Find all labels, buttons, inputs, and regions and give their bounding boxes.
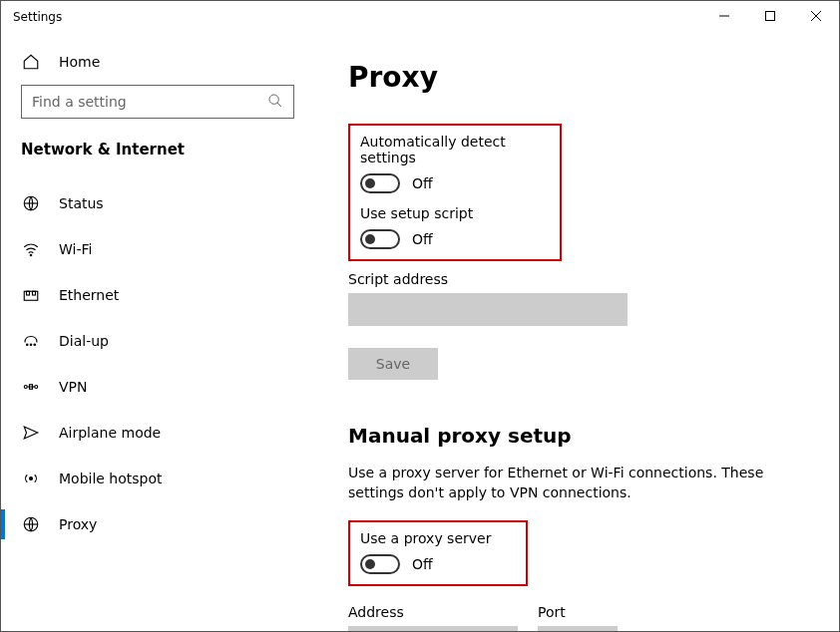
- hotspot-icon: [21, 470, 41, 487]
- home-icon: [21, 53, 41, 71]
- proxy-icon: [21, 515, 41, 533]
- svg-rect-1: [766, 12, 775, 21]
- search-placeholder: Find a setting: [32, 94, 127, 110]
- sidebar-item-dialup[interactable]: Dial-up: [21, 318, 294, 364]
- highlight-box-auto: Automatically detect settings Off Use se…: [348, 124, 562, 261]
- svg-point-4: [269, 95, 278, 104]
- home-label: Home: [59, 54, 100, 70]
- manual-section-title: Manual proxy setup: [348, 424, 839, 448]
- sidebar-item-airplane[interactable]: Airplane mode: [21, 410, 294, 456]
- sidebar-item-label: Wi-Fi: [59, 241, 92, 257]
- svg-rect-11: [33, 291, 36, 295]
- auto-detect-state: Off: [412, 175, 433, 191]
- sidebar-item-proxy[interactable]: Proxy: [21, 501, 294, 547]
- port-input[interactable]: [538, 626, 618, 631]
- page-title: Proxy: [348, 61, 839, 94]
- status-icon: [21, 194, 41, 212]
- save-button-label: Save: [376, 356, 410, 372]
- vpn-icon: [21, 378, 41, 396]
- script-address-input[interactable]: [348, 293, 628, 326]
- svg-line-5: [277, 103, 281, 107]
- category-heading: Network & Internet: [21, 141, 294, 158]
- svg-point-8: [30, 254, 32, 256]
- script-address-label: Script address: [348, 271, 839, 287]
- airplane-icon: [21, 424, 41, 442]
- sidebar: Home Find a setting Network & Internet S…: [1, 33, 318, 631]
- sidebar-item-label: Dial-up: [59, 333, 109, 349]
- minimize-button[interactable]: [701, 1, 747, 31]
- sidebar-item-wifi[interactable]: Wi-Fi: [21, 226, 294, 272]
- svg-point-13: [30, 344, 32, 346]
- address-label: Address: [348, 604, 518, 620]
- svg-rect-10: [27, 291, 30, 295]
- sidebar-item-label: Airplane mode: [59, 425, 161, 441]
- sidebar-item-label: VPN: [59, 379, 88, 395]
- maximize-button[interactable]: [747, 1, 793, 31]
- sidebar-item-label: Proxy: [59, 516, 97, 532]
- port-label: Port: [538, 604, 618, 620]
- sidebar-item-status[interactable]: Status: [21, 180, 294, 226]
- ethernet-icon: [21, 286, 41, 304]
- svg-point-15: [24, 386, 27, 389]
- svg-point-16: [35, 386, 38, 389]
- close-button[interactable]: [793, 1, 839, 31]
- sidebar-item-vpn[interactable]: VPN: [21, 364, 294, 410]
- home-nav[interactable]: Home: [21, 43, 294, 85]
- auto-detect-label: Automatically detect settings: [360, 134, 550, 165]
- window-controls: [701, 1, 839, 31]
- highlight-box-manual: Use a proxy server Off: [348, 520, 528, 586]
- use-script-state: Off: [412, 231, 433, 247]
- svg-point-12: [27, 344, 29, 346]
- dialup-icon: [21, 332, 41, 350]
- sidebar-item-label: Status: [59, 195, 104, 211]
- use-proxy-state: Off: [412, 556, 433, 572]
- window-title: Settings: [13, 10, 62, 24]
- use-script-label: Use setup script: [360, 205, 550, 221]
- address-input[interactable]: [348, 626, 518, 631]
- main-content: Proxy Automatically detect settings Off …: [318, 33, 839, 631]
- svg-point-14: [34, 344, 36, 346]
- use-proxy-label: Use a proxy server: [360, 530, 516, 546]
- search-icon: [267, 93, 283, 112]
- save-button[interactable]: Save: [348, 348, 438, 380]
- sidebar-item-label: Mobile hotspot: [59, 471, 163, 486]
- manual-description: Use a proxy server for Ethernet or Wi-Fi…: [348, 464, 777, 502]
- svg-point-19: [30, 477, 33, 480]
- sidebar-item-label: Ethernet: [59, 287, 119, 303]
- auto-detect-toggle[interactable]: [360, 173, 400, 193]
- wifi-icon: [21, 240, 41, 258]
- search-input[interactable]: Find a setting: [21, 85, 294, 119]
- use-script-toggle[interactable]: [360, 229, 400, 249]
- use-proxy-toggle[interactable]: [360, 554, 400, 574]
- sidebar-item-hotspot[interactable]: Mobile hotspot: [21, 456, 294, 501]
- sidebar-item-ethernet[interactable]: Ethernet: [21, 272, 294, 318]
